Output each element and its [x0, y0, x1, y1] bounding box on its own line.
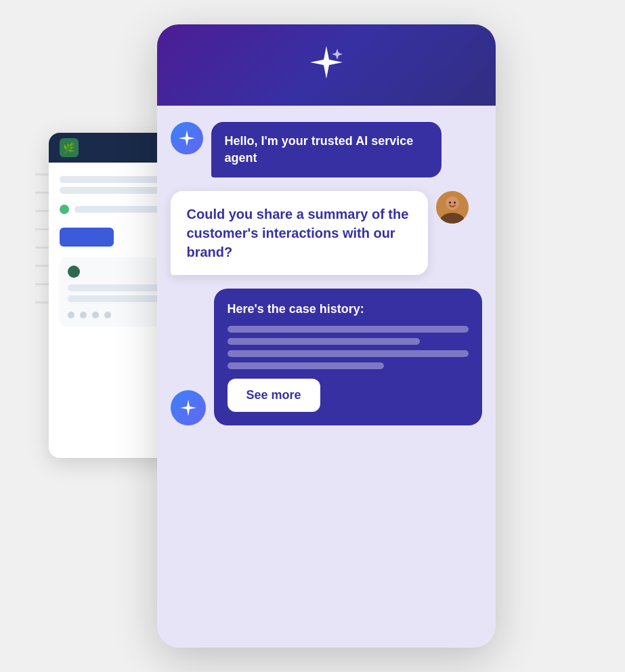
case-line-1 [228, 326, 469, 333]
case-history-lines [228, 326, 469, 369]
dot-sm-2 [80, 312, 87, 318]
see-more-button[interactable]: See more [228, 379, 320, 412]
case-history-row: Here's the case history: See more [171, 289, 482, 425]
case-line-4 [228, 362, 384, 369]
dot-sm-4 [104, 312, 111, 318]
section-dot [68, 266, 80, 278]
ai-greeting-bubble: Hello, I'm your trusted AI service agent [211, 122, 441, 177]
header-sparkle-icon [307, 43, 345, 87]
chat-body: Hello, I'm your trusted AI service agent… [157, 106, 496, 648]
case-line-2 [228, 338, 421, 345]
chat-header [157, 24, 496, 106]
status-dot [60, 205, 69, 214]
scene: 🌿 [49, 24, 577, 648]
chat-card: Hello, I'm your trusted AI service agent… [157, 24, 496, 648]
dot-sm-3 [92, 312, 99, 318]
user-question-text: Could you share a summary of the custome… [187, 207, 409, 259]
case-history-title: Here's the case history: [228, 302, 469, 316]
crm-logo: 🌿 [60, 138, 79, 157]
bottom-ai-avatar [171, 390, 206, 425]
case-bubble: Here's the case history: See more [214, 289, 482, 425]
user-avatar [436, 191, 469, 224]
ai-greeting-text: Hello, I'm your trusted AI service agent [225, 134, 414, 165]
user-question-row: Could you share a summary of the custome… [171, 191, 482, 275]
ai-avatar [171, 122, 203, 154]
user-question-bubble: Could you share a summary of the custome… [171, 191, 428, 275]
dot-sm-1 [68, 312, 74, 318]
ai-greeting-row: Hello, I'm your trusted AI service agent [171, 122, 482, 177]
bg-btn-1 [60, 228, 114, 247]
svg-point-4 [454, 202, 456, 204]
svg-point-1 [446, 196, 459, 210]
svg-point-3 [449, 202, 451, 204]
case-line-3 [228, 350, 469, 357]
